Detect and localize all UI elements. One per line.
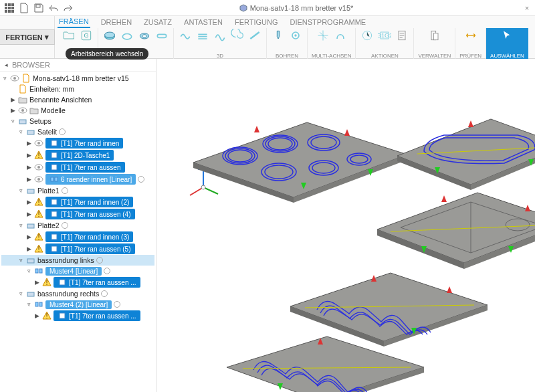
group-pruefen[interactable]: PRÜFEN: [459, 53, 481, 59]
setups-node[interactable]: Setups: [29, 117, 51, 125]
tab-zusatz[interactable]: ZUSATZ: [142, 17, 173, 27]
eye-icon[interactable]: [34, 175, 43, 184]
op-pill[interactable]: [T1] 2D-Tasche1: [45, 150, 114, 161]
setup-node[interactable]: Satelit: [37, 128, 57, 136]
expand-toggle[interactable]: ▿: [17, 290, 24, 297]
tab-antasten[interactable]: ANTASTEN: [183, 17, 224, 27]
spiral-icon[interactable]: [230, 28, 245, 43]
gcode-icon[interactable]: G: [79, 28, 94, 43]
drill-icon[interactable]: [271, 28, 286, 43]
radio[interactable]: [114, 301, 120, 308]
op-pill[interactable]: [T1] 7ter ran aussen (4): [45, 209, 135, 219]
expand-toggle[interactable]: ▶: [25, 176, 32, 183]
expand-toggle[interactable]: ▶: [25, 211, 32, 217]
expand-toggle[interactable]: ▶: [25, 152, 32, 159]
radio[interactable]: [59, 128, 66, 135]
setup-node[interactable]: bassrundung links: [37, 256, 94, 264]
face-icon[interactable]: [102, 28, 117, 43]
postprocess-icon[interactable]: [395, 28, 409, 43]
tab-dienstprogramme[interactable]: DIENSTPROGRAMME: [288, 17, 367, 27]
viewport-3d[interactable]: z: [156, 59, 535, 392]
browser-tree[interactable]: ▿Mona-satv1-18 mm bretter v15Einheiten: …: [0, 72, 156, 323]
expand-toggle[interactable]: ▿: [17, 128, 24, 135]
op-pill[interactable]: [T1] 7ter ran aussen: [45, 162, 125, 173]
undo-icon[interactable]: [48, 3, 59, 13]
expand-toggle[interactable]: ▶: [25, 164, 32, 171]
radio[interactable]: [101, 290, 108, 297]
folder-icon[interactable]: [62, 28, 76, 43]
workspace-button[interactable]: FERTIGEN▾: [0, 29, 55, 45]
eye-icon[interactable]: [34, 138, 43, 148]
bore-icon[interactable]: [288, 28, 303, 43]
group-verwalten[interactable]: VERWALTEN: [418, 53, 451, 59]
radio[interactable]: [62, 187, 68, 194]
pocket-icon[interactable]: [137, 28, 152, 43]
eye-icon[interactable]: [34, 163, 43, 172]
models-node[interactable]: Modelle: [41, 106, 66, 114]
save-icon[interactable]: [33, 3, 44, 13]
close-button[interactable]: ×: [519, 4, 535, 12]
tab-fraesen[interactable]: FRÄSEN: [58, 16, 90, 28]
expand-toggle[interactable]: ▶: [25, 140, 32, 146]
expand-toggle[interactable]: ▿: [25, 301, 32, 308]
group-auswahlen[interactable]: AUSWÄHLEN: [490, 53, 524, 59]
generate-icon[interactable]: [360, 28, 374, 43]
app-menu-icon[interactable]: [4, 3, 15, 13]
ramp-icon[interactable]: [247, 28, 262, 43]
op-pill[interactable]: [T1] 7ter ran aussen ...: [54, 310, 140, 321]
units-node[interactable]: Einheiten: mm: [29, 85, 74, 93]
expand-toggle[interactable]: ▶: [25, 233, 32, 240]
eye-icon[interactable]: [18, 106, 27, 115]
op-pill[interactable]: [T1] 7ter rand innen: [45, 138, 123, 149]
tab-drehen[interactable]: DREHEN: [100, 17, 133, 27]
parallel-icon[interactable]: [195, 28, 210, 43]
expand-toggle[interactable]: ▶: [9, 96, 16, 103]
swarf-icon[interactable]: [333, 28, 348, 43]
expand-toggle[interactable]: ▿: [25, 268, 32, 274]
multiaxis-icon[interactable]: [316, 28, 330, 43]
expand-toggle[interactable]: ▶: [33, 312, 40, 319]
expand-toggle[interactable]: ▶: [25, 246, 32, 252]
expand-toggle[interactable]: ▿: [17, 257, 24, 264]
expand-toggle[interactable]: ▿: [1, 75, 8, 82]
radio[interactable]: [138, 176, 144, 183]
adaptive-icon[interactable]: [178, 28, 193, 43]
op-pill[interactable]: [T1] 7ter rand innen (3): [45, 231, 133, 242]
group-bohren[interactable]: BOHREN: [276, 53, 298, 59]
redo-icon[interactable]: [63, 3, 74, 13]
expand-toggle[interactable]: ▿: [17, 222, 24, 229]
simulate-icon[interactable]: G1G2: [377, 28, 392, 43]
group-aktionen[interactable]: AKTIONEN: [371, 53, 399, 59]
slot-icon[interactable]: [154, 28, 169, 43]
scallop-icon[interactable]: [213, 28, 227, 43]
browser-collapse[interactable]: ◂: [3, 62, 9, 68]
group-3d[interactable]: 3D: [217, 53, 223, 59]
op-pill[interactable]: [T1] 7ter rand innen (2): [45, 197, 133, 207]
expand-toggle[interactable]: ▶: [9, 107, 16, 114]
select-icon[interactable]: [500, 28, 514, 43]
op-pill[interactable]: [T1] 7ter ran aussen ...: [54, 277, 140, 288]
setup-node[interactable]: Platte1: [37, 187, 60, 195]
op-pill[interactable]: [T1] 7ter ran aussen (5): [45, 243, 135, 254]
expand-toggle[interactable]: ▶: [33, 279, 40, 286]
expand-toggle[interactable]: ▿: [17, 187, 24, 194]
root-node[interactable]: Mona-satv1-18 mm bretter v15: [33, 74, 129, 82]
group-multi[interactable]: MULTI-ACHSEN: [312, 53, 351, 59]
contour-icon[interactable]: [120, 28, 134, 43]
eye-icon[interactable]: [10, 74, 19, 83]
tab-fertigung[interactable]: FERTIGUNG: [233, 17, 280, 27]
radio[interactable]: [104, 268, 110, 274]
expand-toggle[interactable]: ▶: [25, 199, 32, 205]
pattern-pill[interactable]: 6 raender innen [Linear]: [45, 174, 136, 185]
radio[interactable]: [96, 257, 103, 264]
setup-node[interactable]: Platte2: [37, 221, 60, 229]
inspect-icon[interactable]: [463, 28, 478, 43]
named-views-node[interactable]: Benannte Ansichten: [29, 96, 92, 104]
manage-icon[interactable]: [427, 28, 442, 43]
file-icon[interactable]: [19, 3, 29, 13]
expand-toggle[interactable]: ▿: [9, 118, 16, 124]
setup-node[interactable]: bassrundung rechts: [37, 290, 99, 298]
radio[interactable]: [62, 222, 68, 229]
pattern-pill[interactable]: Muster4 [Linear]: [45, 267, 102, 276]
pattern-pill[interactable]: Muster4 (2) [Linear]: [45, 300, 112, 309]
